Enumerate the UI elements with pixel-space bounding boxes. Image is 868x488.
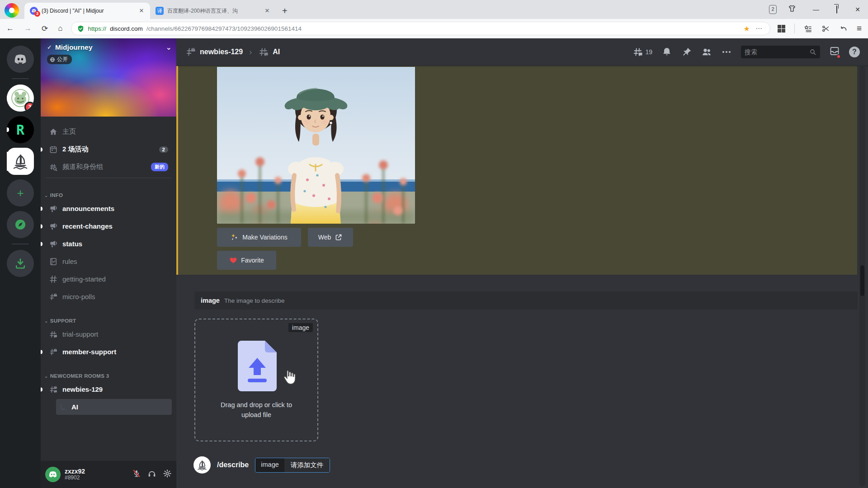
browser-logo[interactable] xyxy=(5,3,19,18)
tab-baidu-translate[interactable]: 译 百度翻译-200种语言互译、沟 ✕ xyxy=(150,3,276,19)
pinned-messages-icon[interactable] xyxy=(681,47,692,57)
sidebar-item-home[interactable]: 主页 xyxy=(45,124,172,140)
headphones-icon[interactable] xyxy=(147,469,156,480)
option-name: image xyxy=(255,458,284,472)
home-button[interactable]: ⌂ xyxy=(58,24,62,33)
favorites-list-icon[interactable] xyxy=(804,24,812,33)
server-icon-2[interactable]: R xyxy=(7,116,34,143)
category-newcomer-rooms[interactable]: ⌄ NEWCOMER ROOMS 3 xyxy=(41,361,176,380)
chat-scrollbar[interactable] xyxy=(859,66,865,486)
back-button[interactable]: ← xyxy=(6,24,14,33)
new-tab-button[interactable]: + xyxy=(276,6,294,19)
chevron-down-icon: ⌄ xyxy=(44,374,48,379)
undo-icon[interactable] xyxy=(839,24,848,33)
breadcrumb-channel[interactable]: newbies-129 xyxy=(200,48,243,56)
file-dropzone[interactable]: image Drag and drop or click to upload f… xyxy=(194,319,318,441)
channel-header: newbies-129 › AI 19 xyxy=(176,38,868,66)
user-avatar[interactable] xyxy=(45,467,61,482)
new-badge: 新的 xyxy=(151,163,168,171)
discord-home-button[interactable] xyxy=(7,46,34,73)
tab-title: (3) Discord | "AI" | Midjour xyxy=(42,8,134,14)
hash-lock-icon xyxy=(185,47,196,57)
explore-servers-button[interactable] xyxy=(7,211,34,238)
server-icon-midjourney[interactable] xyxy=(7,148,34,175)
channel-announcements[interactable]: announcements xyxy=(45,201,172,216)
hash-chat-icon xyxy=(258,47,269,57)
browser-menu-icon[interactable]: ≡ xyxy=(857,23,862,33)
server-menu-chevron-icon[interactable]: ⌄ xyxy=(166,43,172,52)
channel-newbies-129[interactable]: newbies-129 xyxy=(45,381,172,397)
tab-close-icon[interactable]: ✕ xyxy=(263,7,271,15)
hash-chat-icon xyxy=(632,47,643,57)
channel-recent-changes[interactable]: recent-changes xyxy=(45,218,172,234)
add-server-button[interactable]: + xyxy=(7,179,34,206)
scrollbar-thumb[interactable] xyxy=(860,265,864,296)
channel-getting-started[interactable]: getting-started xyxy=(45,271,172,287)
chevron-down-icon: ⌄ xyxy=(44,193,48,198)
option-value-placeholder: 请添加文件 xyxy=(284,458,330,472)
url-more-icon[interactable]: ⋯ xyxy=(755,24,763,33)
inbox-button[interactable] xyxy=(829,46,840,58)
channel-trial-support[interactable]: trial-support xyxy=(45,326,172,342)
hash-chat-icon xyxy=(49,330,58,339)
thread-spine-icon xyxy=(60,404,67,411)
threads-button[interactable]: 19 xyxy=(632,47,652,57)
tab-discord[interactable]: 3 (3) Discord | "AI" | Midjour ✕ xyxy=(24,3,150,19)
command-name: /describe xyxy=(217,461,249,469)
unread-indicator xyxy=(41,387,42,391)
channel-status[interactable]: status xyxy=(45,236,172,252)
forward-button[interactable]: → xyxy=(24,24,32,33)
sidebar-item-browse-channels[interactable]: 频道和身份组 新的 xyxy=(45,159,172,175)
user-tag: #8902 xyxy=(65,475,128,481)
globe-icon xyxy=(50,57,55,62)
breadcrumb-thread[interactable]: AI xyxy=(273,48,280,56)
tab-close-icon[interactable]: ✕ xyxy=(137,7,146,15)
server-banner[interactable]: ✓ Midjourney ⌄ 公开 xyxy=(41,38,176,117)
help-button[interactable]: ? xyxy=(849,47,860,57)
server-icon-1[interactable]: 3 xyxy=(7,84,34,112)
sidebar-item-events[interactable]: 2 场活动 2 xyxy=(45,141,172,157)
midjourney-bot-avatar xyxy=(193,456,211,474)
minimize-button[interactable]: — xyxy=(806,6,826,13)
channel-micro-polls[interactable]: micro-polls xyxy=(45,289,172,305)
more-options-icon[interactable] xyxy=(721,47,732,57)
bookmark-star-icon[interactable]: ★ xyxy=(744,24,750,33)
hash-lock-icon xyxy=(49,347,58,357)
settings-gear-icon[interactable] xyxy=(163,469,172,480)
apps-grid-icon[interactable] xyxy=(778,25,785,33)
thread-ai[interactable]: AI xyxy=(56,399,172,415)
web-button[interactable]: Web xyxy=(308,228,353,247)
url-scheme: https:// xyxy=(88,25,107,32)
member-list-icon[interactable] xyxy=(701,47,712,57)
category-info[interactable]: ⌄ INFO xyxy=(41,181,176,199)
browser-tab-bar: 3 (3) Discord | "AI" | Midjour ✕ 译 百度翻译-… xyxy=(0,0,868,19)
external-link-icon xyxy=(335,233,343,241)
user-identity[interactable]: zxzx92 #8902 xyxy=(65,468,128,481)
generated-image[interactable] xyxy=(217,67,415,224)
channel-rules[interactable]: rules xyxy=(45,253,172,269)
notifications-bell-icon[interactable] xyxy=(661,47,672,57)
download-apps-button[interactable] xyxy=(7,250,34,277)
verified-check-icon: ✓ xyxy=(47,44,52,51)
screenshot-scissors-icon[interactable] xyxy=(821,24,830,33)
url-field[interactable]: https://discord.com/channels/66226797698… xyxy=(71,22,770,35)
heart-icon xyxy=(229,256,237,264)
toolbar-divider xyxy=(794,23,795,33)
mic-muted-icon[interactable] xyxy=(132,469,141,480)
favorite-button[interactable]: Favorite xyxy=(217,251,276,270)
category-support[interactable]: ⌄ SUPPORT xyxy=(41,306,176,324)
restore-button[interactable] xyxy=(826,6,847,13)
refresh-button[interactable]: ⟳ xyxy=(42,24,48,33)
tab-count-badge[interactable]: 2 xyxy=(769,5,777,14)
command-option-pill[interactable]: image 请添加文件 xyxy=(255,458,330,473)
make-variations-button[interactable]: Make Variations xyxy=(217,228,301,247)
channel-member-support[interactable]: member-support xyxy=(45,344,172,360)
search-input[interactable] xyxy=(745,48,807,56)
discord-favicon: 3 xyxy=(30,7,38,15)
unread-indicator xyxy=(41,350,42,354)
unread-indicator xyxy=(41,224,42,228)
theme-skin-icon[interactable] xyxy=(788,4,797,15)
close-window-button[interactable]: ✕ xyxy=(847,6,868,13)
unread-pill xyxy=(7,127,9,132)
sailboat-icon xyxy=(11,152,29,170)
